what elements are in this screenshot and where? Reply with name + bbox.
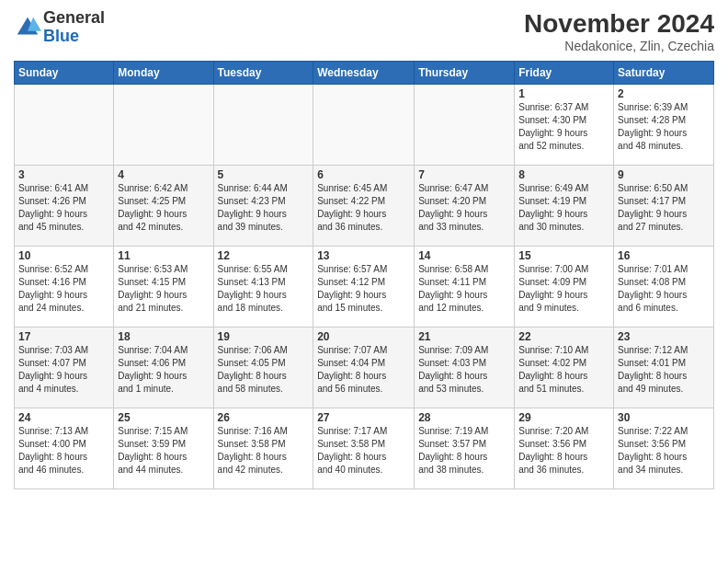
day-info: Sunrise: 6:52 AM Sunset: 4:16 PM Dayligh… bbox=[18, 263, 109, 315]
day-number: 23 bbox=[618, 330, 710, 343]
calendar-body: 1Sunrise: 6:37 AM Sunset: 4:30 PM Daylig… bbox=[15, 85, 714, 489]
day-number: 15 bbox=[518, 249, 609, 262]
logo-blue: Blue bbox=[43, 27, 79, 45]
column-header-wednesday: Wednesday bbox=[313, 62, 415, 85]
day-info: Sunrise: 7:07 AM Sunset: 4:04 PM Dayligh… bbox=[317, 344, 410, 396]
day-info: Sunrise: 7:16 AM Sunset: 3:58 PM Dayligh… bbox=[218, 425, 310, 477]
day-cell: 22Sunrise: 7:10 AM Sunset: 4:02 PM Dayli… bbox=[515, 327, 614, 408]
day-info: Sunrise: 7:10 AM Sunset: 4:02 PM Dayligh… bbox=[518, 344, 609, 396]
day-info: Sunrise: 6:57 AM Sunset: 4:12 PM Dayligh… bbox=[317, 263, 410, 315]
header: General Blue November 2024 Nedakonice, Z… bbox=[14, 9, 714, 53]
day-cell: 24Sunrise: 7:13 AM Sunset: 4:00 PM Dayli… bbox=[15, 408, 114, 489]
day-number: 21 bbox=[418, 330, 510, 343]
day-info: Sunrise: 7:13 AM Sunset: 4:00 PM Dayligh… bbox=[18, 425, 109, 477]
day-number: 10 bbox=[18, 249, 109, 262]
column-header-monday: Monday bbox=[114, 62, 213, 85]
day-number: 20 bbox=[317, 330, 410, 343]
calendar-table: SundayMondayTuesdayWednesdayThursdayFrid… bbox=[14, 61, 714, 489]
day-info: Sunrise: 6:37 AM Sunset: 4:30 PM Dayligh… bbox=[518, 101, 609, 153]
logo-text: General Blue bbox=[43, 9, 105, 46]
day-number: 24 bbox=[18, 411, 109, 424]
day-cell: 7Sunrise: 6:47 AM Sunset: 4:20 PM Daylig… bbox=[415, 166, 515, 247]
day-info: Sunrise: 7:04 AM Sunset: 4:06 PM Dayligh… bbox=[118, 344, 209, 396]
day-info: Sunrise: 7:06 AM Sunset: 4:05 PM Dayligh… bbox=[218, 344, 310, 396]
day-cell: 17Sunrise: 7:03 AM Sunset: 4:07 PM Dayli… bbox=[15, 327, 114, 408]
day-cell: 21Sunrise: 7:09 AM Sunset: 4:03 PM Dayli… bbox=[415, 327, 515, 408]
day-info: Sunrise: 7:09 AM Sunset: 4:03 PM Dayligh… bbox=[418, 344, 510, 396]
day-info: Sunrise: 6:49 AM Sunset: 4:19 PM Dayligh… bbox=[518, 182, 609, 234]
day-number: 18 bbox=[118, 330, 209, 343]
week-row-2: 3Sunrise: 6:41 AM Sunset: 4:26 PM Daylig… bbox=[15, 166, 714, 247]
day-number: 6 bbox=[317, 168, 410, 181]
day-cell bbox=[15, 85, 114, 166]
day-info: Sunrise: 6:39 AM Sunset: 4:28 PM Dayligh… bbox=[618, 101, 710, 153]
day-cell: 23Sunrise: 7:12 AM Sunset: 4:01 PM Dayli… bbox=[614, 327, 714, 408]
day-number: 16 bbox=[618, 249, 710, 262]
day-info: Sunrise: 7:01 AM Sunset: 4:08 PM Dayligh… bbox=[618, 263, 710, 315]
day-cell: 10Sunrise: 6:52 AM Sunset: 4:16 PM Dayli… bbox=[15, 247, 114, 327]
day-number: 3 bbox=[18, 168, 109, 181]
day-info: Sunrise: 7:03 AM Sunset: 4:07 PM Dayligh… bbox=[18, 344, 109, 396]
day-number: 26 bbox=[218, 411, 310, 424]
day-number: 13 bbox=[317, 249, 410, 262]
calendar-subtitle: Nedakonice, Zlin, Czechia bbox=[524, 39, 714, 53]
week-row-5: 24Sunrise: 7:13 AM Sunset: 4:00 PM Dayli… bbox=[15, 408, 714, 489]
column-header-thursday: Thursday bbox=[415, 62, 515, 85]
week-row-4: 17Sunrise: 7:03 AM Sunset: 4:07 PM Dayli… bbox=[15, 327, 714, 408]
day-number: 14 bbox=[418, 249, 510, 262]
day-number: 29 bbox=[518, 411, 609, 424]
week-row-3: 10Sunrise: 6:52 AM Sunset: 4:16 PM Dayli… bbox=[15, 247, 714, 327]
day-cell: 6Sunrise: 6:45 AM Sunset: 4:22 PM Daylig… bbox=[313, 166, 415, 247]
day-cell bbox=[415, 85, 515, 166]
day-info: Sunrise: 6:53 AM Sunset: 4:15 PM Dayligh… bbox=[118, 263, 209, 315]
day-cell: 29Sunrise: 7:20 AM Sunset: 3:56 PM Dayli… bbox=[515, 408, 614, 489]
day-number: 17 bbox=[18, 330, 109, 343]
day-info: Sunrise: 7:12 AM Sunset: 4:01 PM Dayligh… bbox=[618, 344, 710, 396]
day-number: 11 bbox=[118, 249, 209, 262]
calendar-header: SundayMondayTuesdayWednesdayThursdayFrid… bbox=[15, 62, 714, 85]
logo: General Blue bbox=[14, 9, 105, 46]
day-cell: 12Sunrise: 6:55 AM Sunset: 4:13 PM Dayli… bbox=[213, 247, 313, 327]
logo-general: General bbox=[43, 8, 105, 27]
day-info: Sunrise: 6:47 AM Sunset: 4:20 PM Dayligh… bbox=[418, 182, 510, 234]
day-info: Sunrise: 6:42 AM Sunset: 4:25 PM Dayligh… bbox=[118, 182, 209, 234]
day-number: 7 bbox=[418, 168, 510, 181]
column-header-tuesday: Tuesday bbox=[213, 62, 313, 85]
column-header-friday: Friday bbox=[515, 62, 614, 85]
header-row: SundayMondayTuesdayWednesdayThursdayFrid… bbox=[15, 62, 714, 85]
day-info: Sunrise: 6:45 AM Sunset: 4:22 PM Dayligh… bbox=[317, 182, 410, 234]
day-number: 30 bbox=[618, 411, 710, 424]
day-info: Sunrise: 7:15 AM Sunset: 3:59 PM Dayligh… bbox=[118, 425, 209, 477]
column-header-saturday: Saturday bbox=[614, 62, 714, 85]
day-number: 5 bbox=[218, 168, 310, 181]
day-cell bbox=[114, 85, 213, 166]
day-cell: 8Sunrise: 6:49 AM Sunset: 4:19 PM Daylig… bbox=[515, 166, 614, 247]
day-cell: 16Sunrise: 7:01 AM Sunset: 4:08 PM Dayli… bbox=[614, 247, 714, 327]
column-header-sunday: Sunday bbox=[15, 62, 114, 85]
day-number: 22 bbox=[518, 330, 609, 343]
day-cell bbox=[213, 85, 313, 166]
day-info: Sunrise: 7:00 AM Sunset: 4:09 PM Dayligh… bbox=[518, 263, 609, 315]
day-info: Sunrise: 6:58 AM Sunset: 4:11 PM Dayligh… bbox=[418, 263, 510, 315]
day-number: 4 bbox=[118, 168, 209, 181]
day-cell: 27Sunrise: 7:17 AM Sunset: 3:58 PM Dayli… bbox=[313, 408, 415, 489]
week-row-1: 1Sunrise: 6:37 AM Sunset: 4:30 PM Daylig… bbox=[15, 85, 714, 166]
day-info: Sunrise: 6:50 AM Sunset: 4:17 PM Dayligh… bbox=[618, 182, 710, 234]
day-cell: 28Sunrise: 7:19 AM Sunset: 3:57 PM Dayli… bbox=[415, 408, 515, 489]
day-number: 19 bbox=[218, 330, 310, 343]
day-cell: 5Sunrise: 6:44 AM Sunset: 4:23 PM Daylig… bbox=[213, 166, 313, 247]
day-info: Sunrise: 6:44 AM Sunset: 4:23 PM Dayligh… bbox=[218, 182, 310, 234]
day-cell: 11Sunrise: 6:53 AM Sunset: 4:15 PM Dayli… bbox=[114, 247, 213, 327]
page-container: General Blue November 2024 Nedakonice, Z… bbox=[0, 0, 728, 499]
day-cell bbox=[313, 85, 415, 166]
logo-icon bbox=[14, 14, 41, 41]
day-cell: 14Sunrise: 6:58 AM Sunset: 4:11 PM Dayli… bbox=[415, 247, 515, 327]
title-block: November 2024 Nedakonice, Zlin, Czechia bbox=[524, 9, 714, 53]
day-cell: 15Sunrise: 7:00 AM Sunset: 4:09 PM Dayli… bbox=[515, 247, 614, 327]
day-info: Sunrise: 7:22 AM Sunset: 3:56 PM Dayligh… bbox=[618, 425, 710, 477]
day-number: 2 bbox=[618, 87, 710, 100]
day-number: 28 bbox=[418, 411, 510, 424]
day-cell: 1Sunrise: 6:37 AM Sunset: 4:30 PM Daylig… bbox=[515, 85, 614, 166]
day-info: Sunrise: 7:20 AM Sunset: 3:56 PM Dayligh… bbox=[518, 425, 609, 477]
day-info: Sunrise: 6:41 AM Sunset: 4:26 PM Dayligh… bbox=[18, 182, 109, 234]
